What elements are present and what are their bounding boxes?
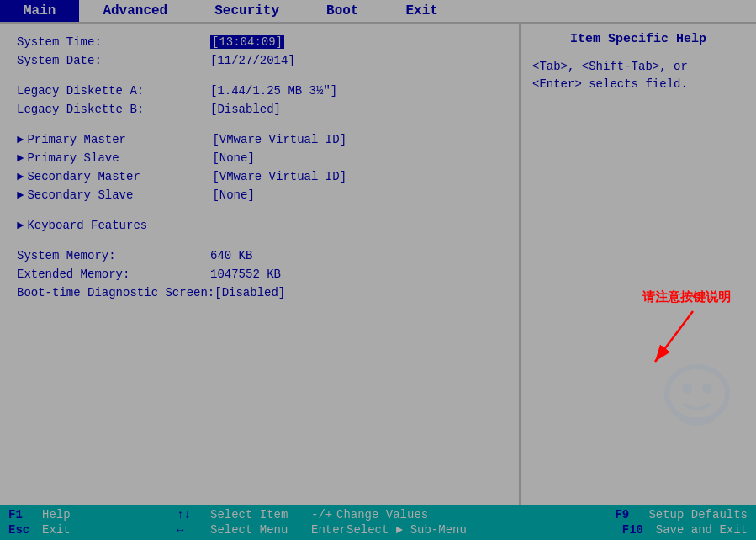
boot-diagnostic-value[interactable]: [Disabled] (214, 286, 285, 299)
esc-desc: Exit (42, 523, 177, 537)
primary-slave-label: Primary Slave (27, 151, 212, 165)
select-item-desc: Select Item (210, 508, 311, 521)
diskette-b-label: Legacy Diskette B: (17, 103, 210, 116)
submenu-action: Select ► Sub-Menu (346, 523, 622, 537)
f1-key: F1 (8, 508, 42, 521)
system-time-value[interactable]: [13:04:09] (210, 35, 284, 49)
primary-master-label: Primary Master (27, 133, 212, 146)
system-date-row: System Date: [11/27/2014] (17, 54, 502, 67)
secondary-slave-row[interactable]: ► Secondary Slave [None] (17, 188, 502, 202)
help-text: <Tab>, <Shift-Tab>, or<Enter> selects fi… (532, 58, 744, 93)
extended-memory-label: Extended Memory: (17, 267, 210, 281)
select-menu-desc: Select Menu (210, 523, 311, 537)
arrow-icon: ► (17, 170, 24, 183)
keyboard-features-label: Keyboard Features (27, 219, 212, 232)
diskette-a-label: Legacy Diskette A: (17, 84, 210, 98)
extended-memory-value: 1047552 KB (210, 267, 281, 281)
menu-item-advanced[interactable]: Advanced (79, 0, 191, 22)
left-panel: System Time: [13:04:09] System Date: [11… (0, 24, 521, 505)
help-title: Item Specific Help (532, 32, 744, 46)
esc-key: Esc (8, 523, 42, 537)
primary-master-value: [VMware Virtual ID] (212, 133, 346, 146)
f10-key: F10 (622, 523, 656, 537)
secondary-master-value: [VMware Virtual ID] (212, 170, 346, 183)
keyboard-features-row[interactable]: ► Keyboard Features (17, 219, 502, 232)
f10-desc: Save and Exit (656, 523, 748, 537)
change-sep: -/+ (311, 508, 336, 521)
system-date-label: System Date: (17, 54, 210, 67)
secondary-master-label: Secondary Master (27, 170, 212, 183)
bios-screen: Main Advanced Security Boot Exit System … (0, 0, 756, 540)
menu-bar: Main Advanced Security Boot Exit (0, 0, 756, 24)
arrow-icon: ► (17, 219, 24, 232)
status-row-2: Esc Exit ↔ Select Menu Enter Select ► Su… (8, 523, 748, 537)
arrow-icon: ► (17, 188, 24, 202)
status-bar: F1 Help ↑↓ Select Item -/+ Change Values… (0, 505, 756, 540)
boot-diagnostic-label: Boot-time Diagnostic Screen: (17, 286, 214, 299)
system-memory-value: 640 KB (210, 249, 252, 262)
system-time-label: System Time: (17, 35, 210, 49)
enter-sep: Enter (311, 523, 346, 537)
right-panel: Item Specific Help <Tab>, <Shift-Tab>, o… (521, 24, 756, 505)
main-content: System Time: [13:04:09] System Date: [11… (0, 24, 756, 505)
system-memory-row: System Memory: 640 KB (17, 249, 502, 262)
nav-lr-icon: ↔ (177, 523, 210, 537)
boot-diagnostic-row: Boot-time Diagnostic Screen: [Disabled] (17, 286, 502, 299)
svg-point-0 (667, 367, 727, 421)
primary-slave-row[interactable]: ► Primary Slave [None] (17, 151, 502, 165)
svg-rect-3 (690, 417, 704, 424)
secondary-slave-label: Secondary Slave (27, 188, 212, 202)
svg-point-1 (682, 384, 692, 394)
diskette-b-value[interactable]: [Disabled] (210, 103, 281, 116)
f9-key: F9 (615, 508, 648, 521)
diskette-a-value[interactable]: [1.44/1.25 MB 3½"] (210, 84, 337, 98)
menu-item-exit[interactable]: Exit (382, 0, 461, 22)
diskette-b-row: Legacy Diskette B: [Disabled] (17, 103, 502, 116)
annotation-container: 请注意按键说明 (642, 289, 731, 374)
menu-item-main[interactable]: Main (0, 0, 79, 22)
f9-desc: Setup Defaults (648, 508, 748, 521)
menu-item-boot[interactable]: Boot (303, 0, 382, 22)
primary-master-row[interactable]: ► Primary Master [VMware Virtual ID] (17, 133, 502, 146)
extended-memory-row: Extended Memory: 1047552 KB (17, 267, 502, 281)
arrow-icon: ► (17, 151, 24, 165)
menu-item-security[interactable]: Security (191, 0, 303, 22)
nav-updown-icon: ↑↓ (177, 508, 210, 521)
system-memory-label: System Memory: (17, 249, 210, 262)
status-row-1: F1 Help ↑↓ Select Item -/+ Change Values… (8, 508, 748, 521)
system-time-row: System Time: [13:04:09] (17, 35, 502, 49)
system-date-value[interactable]: [11/27/2014] (210, 54, 295, 67)
change-values-action: Change Values (336, 508, 615, 521)
diskette-a-row: Legacy Diskette A: [1.44/1.25 MB 3½"] (17, 84, 502, 98)
secondary-slave-value: [None] (212, 188, 254, 202)
svg-point-2 (702, 384, 712, 394)
secondary-master-row[interactable]: ► Secondary Master [VMware Virtual ID] (17, 170, 502, 183)
f1-desc: Help (42, 508, 177, 521)
primary-slave-value: [None] (212, 151, 254, 165)
annotation-arrow (642, 307, 710, 374)
svg-line-5 (655, 311, 693, 362)
annotation-text: 请注意按键说明 (642, 289, 731, 304)
arrow-icon: ► (17, 133, 24, 146)
